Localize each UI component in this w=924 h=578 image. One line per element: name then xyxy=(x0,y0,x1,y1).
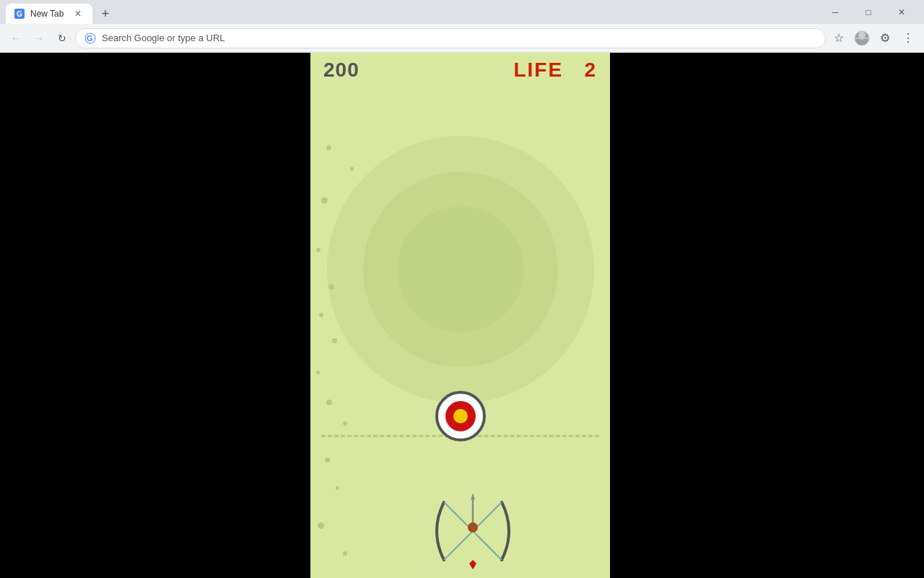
right-black-area xyxy=(610,53,924,578)
dot-1 xyxy=(326,145,331,150)
menu-button[interactable]: ⋮ xyxy=(898,28,918,48)
profile-button[interactable] xyxy=(852,28,872,48)
bow-container xyxy=(426,491,513,564)
active-tab[interactable]: G New Tab ✕ xyxy=(6,4,92,24)
dot-2 xyxy=(350,167,354,171)
minimize-button[interactable]: ─ xyxy=(819,0,852,24)
bullseye-red-ring xyxy=(445,401,476,431)
bow-arrow-icon xyxy=(426,491,520,571)
dot-11 xyxy=(325,457,330,462)
dot-4 xyxy=(316,248,321,252)
tab-title: New Tab xyxy=(30,9,66,19)
svg-point-10 xyxy=(468,522,478,532)
dot-10 xyxy=(343,421,347,426)
game-area[interactable]: 200 LIFE 2 xyxy=(310,53,610,578)
title-bar: G New Tab ✕ + ─ □ ✕ xyxy=(0,0,924,24)
life-value: 2 xyxy=(584,59,597,81)
dot-12 xyxy=(336,486,339,490)
dot-9 xyxy=(326,400,332,405)
new-tab-button[interactable]: + xyxy=(95,4,116,24)
bullseye-outer-ring xyxy=(435,391,486,441)
address-text: Search Google or type a URL xyxy=(102,33,816,43)
svg-line-8 xyxy=(473,531,502,560)
bookmark-button[interactable]: ☆ xyxy=(829,28,849,48)
browser-frame: G New Tab ✕ + ─ □ ✕ ← → ↻ xyxy=(0,0,924,578)
svg-point-4 xyxy=(858,31,866,40)
life-display: LIFE 2 xyxy=(513,59,597,82)
bullseye-target xyxy=(435,391,486,441)
dot-3 xyxy=(321,197,328,204)
reload-button[interactable]: ↻ xyxy=(52,28,72,48)
tab-close-button[interactable]: ✕ xyxy=(72,8,84,20)
back-button[interactable]: ← xyxy=(6,28,26,48)
dot-6 xyxy=(319,313,323,317)
favicon-letter: G xyxy=(17,10,22,18)
score-display: 200 xyxy=(323,59,359,82)
google-logo-icon: G xyxy=(84,33,96,44)
dot-13 xyxy=(318,522,324,529)
maximize-button[interactable]: □ xyxy=(852,0,885,24)
profile-icon xyxy=(853,30,871,47)
svg-marker-11 xyxy=(469,560,476,569)
dot-7 xyxy=(332,338,337,343)
tab-favicon: G xyxy=(14,9,25,19)
bullseye-center xyxy=(453,409,468,423)
dot-14 xyxy=(343,551,347,556)
browser-content: 200 LIFE 2 xyxy=(0,53,924,578)
dot-5 xyxy=(328,284,334,290)
toolbar-actions: ☆ ⚙ ⋮ xyxy=(829,28,918,48)
life-label: LIFE xyxy=(513,59,563,81)
forward-button[interactable]: → xyxy=(29,28,49,48)
toolbar: ← → ↻ G Search Google or type a URL ☆ ⚙ … xyxy=(0,24,924,53)
svg-line-6 xyxy=(444,531,473,560)
address-bar[interactable]: G Search Google or type a URL xyxy=(75,28,826,48)
game-hud: 200 LIFE 2 xyxy=(310,59,610,82)
dot-8 xyxy=(316,371,320,374)
extensions-button[interactable]: ⚙ xyxy=(875,28,895,48)
tab-bar: G New Tab ✕ + xyxy=(6,0,116,24)
close-button[interactable]: ✕ xyxy=(885,0,918,24)
svg-text:G: G xyxy=(87,34,93,43)
window-controls: ─ □ ✕ xyxy=(819,0,918,24)
left-black-area xyxy=(0,53,310,578)
ring-inner xyxy=(397,207,523,333)
